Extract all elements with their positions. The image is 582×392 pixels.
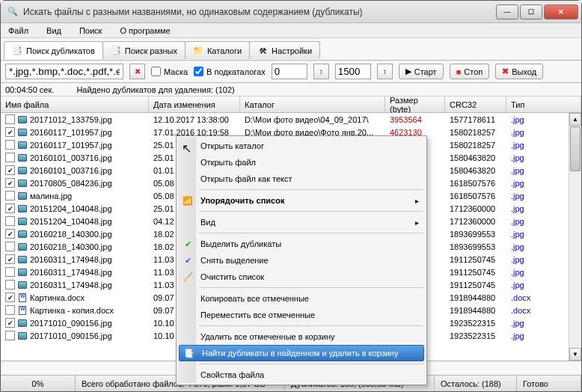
ctx-separator	[199, 189, 423, 190]
ctx-open-catalog[interactable]: Открыть каталог	[178, 138, 425, 154]
ctx-delete-marked[interactable]: Удалить все отмеченные в корзину	[178, 328, 425, 345]
min-size-spin[interactable]: ↕	[313, 64, 329, 79]
ctx-view[interactable]: Вид	[178, 214, 425, 230]
ctx-open-file[interactable]: Открыть файл	[178, 154, 425, 171]
file-icon	[17, 114, 28, 125]
row-checkbox[interactable]	[5, 140, 15, 150]
settings-icon: 🛠	[257, 46, 268, 56]
ctx-move-marked[interactable]: Переместить все отмеченные	[178, 307, 425, 323]
mask-checkbox[interactable]: Маска	[151, 67, 188, 76]
row-checkbox[interactable]	[5, 127, 15, 137]
ctx-copy-marked[interactable]: Копировать все отмеченные	[178, 290, 425, 307]
file-crc: 1580218257	[445, 141, 506, 150]
file-name: 20160101_003716.jpg	[30, 166, 112, 175]
order-icon: 📶	[182, 195, 194, 206]
row-checkbox[interactable]	[5, 203, 15, 213]
minimize-button[interactable]: —	[496, 4, 518, 19]
clear-pattern-button[interactable]: ✖	[129, 64, 145, 79]
catalogs-icon: 📁	[193, 46, 203, 56]
file-crc: 1580218257	[445, 128, 506, 137]
menu-view[interactable]: Вид	[42, 25, 66, 37]
min-size-input[interactable]	[272, 64, 307, 79]
ctx-separator	[199, 233, 423, 233]
ctx-open-as-text[interactable]: Открыть файл как текст	[178, 171, 425, 187]
row-checkbox[interactable]	[5, 191, 15, 200]
menu-about[interactable]: О программе	[115, 25, 174, 37]
subfolders-checkbox[interactable]: В подкаталогах	[194, 67, 266, 76]
file-size: 3953564	[385, 115, 445, 124]
scroll-thumb[interactable]	[570, 126, 581, 171]
file-crc: 1918944880	[445, 293, 506, 302]
file-name: 20160117_101957.jpg	[30, 141, 112, 150]
mask-label: Маска	[164, 67, 188, 76]
tabbar: 📑 Поиск дубликатов 📑 Поиск разных 📁 Ката…	[1, 38, 581, 61]
col-header-type[interactable]: Тип	[506, 97, 581, 112]
ctx-separator	[199, 364, 423, 364]
tab-duplicates[interactable]: 📑 Поиск дубликатов	[4, 41, 103, 59]
file-crc: 1923522315	[445, 331, 506, 340]
pattern-input[interactable]	[5, 64, 123, 79]
stop-button[interactable]: ■ Стоп	[450, 64, 490, 79]
mask-checkbox-input[interactable]	[151, 67, 161, 76]
table-row[interactable]: 20171012_133759.jpg12.10.2017 13:38:00D:…	[1, 113, 581, 126]
ctx-order-list[interactable]: 📶 Упорядочить список	[178, 192, 425, 209]
start-label: Старт	[414, 67, 437, 76]
file-crc: 1712360000	[445, 204, 506, 213]
ctx-deselect[interactable]: ✔ Снять выделение	[178, 252, 425, 269]
file-name: 20171012_133759.jpg	[30, 115, 112, 124]
table-header: Имя файла Дата изменения Каталог Размер …	[1, 97, 581, 113]
file-icon	[17, 242, 28, 252]
file-crc: 1911250745	[445, 255, 506, 264]
tab-catalogs[interactable]: 📁 Каталоги	[185, 41, 250, 59]
scroll-down-button[interactable]: ▼	[569, 348, 581, 361]
row-checkbox[interactable]	[5, 153, 15, 162]
file-name: 20151204_104048.jpg	[30, 204, 112, 213]
duplicates-icon: 📑	[12, 46, 22, 56]
ctx-select-duplicates[interactable]: ✔ Выделить дубликаты	[178, 236, 425, 252]
file-name: 20151204_104048.jpg	[30, 217, 112, 226]
row-checkbox[interactable]	[5, 280, 15, 290]
col-header-name[interactable]: Имя файла	[1, 97, 149, 112]
row-checkbox[interactable]	[5, 254, 15, 264]
col-header-date[interactable]: Дата изменения	[149, 97, 240, 112]
titlebar: 🔍 Искать файлы с разными названиями, но …	[1, 1, 581, 23]
timer-label: 00:04:50 сек.	[5, 85, 54, 94]
row-checkbox[interactable]	[5, 216, 15, 226]
row-checkbox[interactable]	[5, 178, 15, 188]
menu-search[interactable]: Поиск	[75, 25, 106, 37]
row-checkbox[interactable]	[5, 242, 15, 251]
filterbar: ✖ Маска В подкаталогах ↕ ↕ ▶ Старт ■ Сто…	[1, 61, 581, 83]
file-name: 20171010_090156.jpg	[30, 331, 112, 340]
ctx-clear-list[interactable]: 🧹 Очистить список	[178, 269, 425, 285]
subfolders-checkbox-input[interactable]	[194, 67, 203, 76]
scroll-up-button[interactable]: ▲	[569, 113, 581, 126]
col-header-size[interactable]: Размер (byte)	[385, 97, 445, 112]
row-checkbox[interactable]	[5, 293, 15, 302]
max-size-input[interactable]	[335, 64, 371, 79]
file-icon	[17, 191, 28, 201]
tab-different-label: Поиск разных	[125, 46, 177, 55]
row-checkbox[interactable]	[5, 305, 15, 315]
menu-file[interactable]: Файл	[4, 25, 33, 37]
row-checkbox[interactable]	[5, 229, 15, 239]
vertical-scrollbar[interactable]: ▲ ▼	[569, 113, 581, 361]
ctx-file-properties[interactable]: Свойства файла	[178, 367, 425, 383]
stop-label: Стоп	[464, 67, 483, 76]
col-header-catalog[interactable]: Каталог	[240, 97, 385, 112]
exit-button[interactable]: ✖ Выход	[495, 64, 543, 79]
row-checkbox[interactable]	[5, 165, 15, 175]
tab-settings[interactable]: 🛠 Настройки	[249, 41, 320, 59]
status-percent: 0%	[1, 376, 76, 391]
col-header-crc[interactable]: CRC32	[445, 97, 506, 112]
row-checkbox[interactable]	[5, 331, 15, 340]
tab-settings-label: Настройки	[272, 46, 312, 55]
tab-different[interactable]: 📑 Поиск разных	[102, 41, 186, 59]
row-checkbox[interactable]	[5, 318, 15, 328]
maximize-button[interactable]: ☐	[520, 4, 542, 19]
close-button[interactable]: ✕	[544, 4, 578, 19]
ctx-find-and-delete[interactable]: 📑 Найти дубликаты в найденном и удалить …	[179, 345, 424, 361]
row-checkbox[interactable]	[5, 114, 15, 124]
max-size-spin[interactable]: ↕	[377, 64, 393, 79]
row-checkbox[interactable]	[5, 267, 15, 277]
start-button[interactable]: ▶ Старт	[399, 64, 444, 79]
